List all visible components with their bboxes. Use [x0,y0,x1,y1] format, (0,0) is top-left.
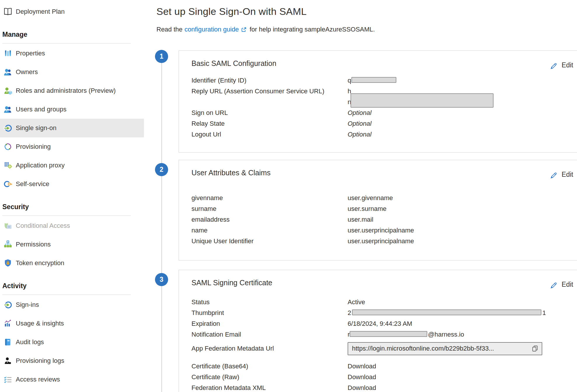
download-raw-link[interactable]: Download [348,372,376,382]
sidebar-item-access-reviews[interactable]: Access reviews [0,370,144,389]
person-cube-icon [3,86,13,96]
certificate-raw-row: Certificate (Raw) Download [191,372,577,382]
claim-value: user.userprincipalname [348,225,414,236]
user-attributes-claims-panel: User Attributes & Claims Edit givenname … [179,160,577,260]
expiration-label: Expiration [191,318,348,329]
sidebar-item-properties[interactable]: Properties [0,44,144,63]
self-service-icon [3,179,13,189]
identifier-value: q [348,75,396,86]
sidebar-item-conditional-access[interactable]: Conditional Access [0,216,144,235]
sidebar-item-owners[interactable]: Owners [0,63,144,81]
sign-on-url-label: Sign on URL [191,107,348,118]
intro-suffix: for help integrating sampleAzureSSOSAML. [250,26,375,33]
sidebar-item-users-groups[interactable]: Users and groups [0,100,144,119]
sidebar: Deployment Plan Manage Properties Owners… [0,0,144,392]
redaction-overlay [350,331,427,337]
relay-state-row: Relay State Optional [191,118,577,129]
thumbprint-label: Thumbprint [191,307,348,318]
sidebar-item-provisioning-logs[interactable]: Provisioning logs [0,351,144,370]
sidebar-item-audit-logs[interactable]: Audit logs [0,333,144,351]
panel-title: SAML Signing Certificate [191,278,577,287]
copy-icon[interactable] [531,345,539,352]
notebook-icon [3,337,13,347]
basic-saml-configuration-panel: Basic SAML Configuration Edit Identifier… [179,50,577,153]
reply-url-row: Reply URL (Assertion Consumer Service UR… [191,86,577,107]
external-link-icon[interactable] [241,27,247,33]
redaction-overlay [351,93,494,108]
pencil-icon [549,280,558,289]
sidebar-item-label: Audit logs [16,338,44,346]
edit-user-attributes-button[interactable]: Edit [549,170,573,179]
people-icon [3,104,13,114]
sidebar-item-usage-insights[interactable]: Usage & insights [0,314,144,333]
federation-metadata-xml-label: Federation Metadata XML [191,382,348,392]
claim-row: givenname user.givenname [191,192,577,203]
azure-sso-saml-page: { "sidebar": { "deployment_plan": "Deplo… [0,0,577,392]
metadata-url-label: App Federation Metadata Url [191,345,348,352]
provisioning-icon [3,142,13,152]
metadata-url-field[interactable]: https://login.microsoftonline.com/b229b2… [348,342,542,355]
metadata-url-value: https://login.microsoftonline.com/b229b2… [348,342,542,355]
notification-email-value: r@harness.io [348,329,464,340]
person-log-icon [3,356,13,366]
download-federation-xml-link[interactable]: Download [348,382,376,392]
panel-title: Basic SAML Configuration [191,59,577,68]
claim-name: emailaddress [191,214,348,225]
sidebar-item-label: Access reviews [16,376,60,383]
expiration-row: Expiration 6/18/2024, 9:44:23 AM [191,318,577,329]
sign-in-icon [3,300,13,310]
sidebar-item-label: Roles and administrators (Preview) [16,87,116,94]
sidebar-item-label: Usage & insights [16,320,64,327]
sidebar-section-activity: Activity [0,279,144,292]
sidebar-item-label: Single sign-on [16,124,56,132]
sidebar-item-label: Application proxy [16,162,65,169]
sidebar-item-deployment-plan[interactable]: Deployment Plan [0,2,144,21]
org-chart-icon [3,239,13,249]
claim-name: Unique User Identifier [191,236,348,246]
certificate-base64-label: Certificate (Base64) [191,361,348,372]
sidebar-item-label: Properties [16,50,45,57]
claim-row: emailaddress user.mail [191,214,577,225]
sidebar-item-provisioning[interactable]: Provisioning [0,137,144,156]
step-1-badge: 1 [155,50,168,63]
edit-label: Edit [562,171,573,178]
claim-value: user.givenname [348,192,393,203]
identifier-label: Identifier (Entity ID) [191,75,348,86]
notification-email-row: Notification Email r@harness.io [191,329,577,340]
chart-insights-icon [3,318,13,328]
logout-url-value: Optional [348,129,372,140]
reply-url-value: h n [348,86,351,107]
edit-label: Edit [562,281,573,288]
sidebar-item-application-proxy[interactable]: Application proxy [0,156,144,175]
intro-prefix: Read the [156,26,182,33]
pencil-icon [549,170,558,179]
edit-signing-certificate-button[interactable]: Edit [549,280,573,289]
claim-name: givenname [191,192,348,203]
relay-state-value: Optional [348,118,372,129]
sidebar-item-label: Provisioning logs [16,357,64,365]
properties-icon [3,48,13,58]
status-label: Status [191,297,348,307]
edit-basic-saml-button[interactable]: Edit [549,61,573,69]
sidebar-item-sign-ins[interactable]: Sign-ins [0,295,144,314]
sidebar-item-permissions[interactable]: Permissions [0,235,144,254]
configuration-guide-link[interactable]: configuration guide [184,26,239,33]
claim-row: surname user.surname [191,203,577,214]
sidebar-item-label: Owners [16,68,38,76]
sidebar-item-self-service[interactable]: Self-service [0,175,144,193]
claim-name: surname [191,203,348,214]
sidebar-section-security: Security [0,200,144,213]
page-title: Set up Single Sign-On with SAML [156,6,307,17]
sidebar-item-single-sign-on[interactable]: Single sign-on [0,119,144,137]
logout-url-label: Logout Url [191,129,348,140]
thumbprint-row: Thumbprint 21 [191,307,577,318]
claim-value: user.mail [348,214,373,225]
download-base64-link[interactable]: Download [348,361,376,372]
status-value: Active [348,297,365,307]
sidebar-item-roles-administrators[interactable]: Roles and administrators (Preview) [0,81,144,100]
sidebar-item-label: Conditional Access [16,222,70,230]
claim-value: user.surname [348,203,386,214]
main-content: Set up Single Sign-On with SAML Read the… [156,0,577,392]
sidebar-item-token-encryption[interactable]: Token encryption [0,254,144,272]
sidebar-item-label: Sign-ins [16,301,39,309]
